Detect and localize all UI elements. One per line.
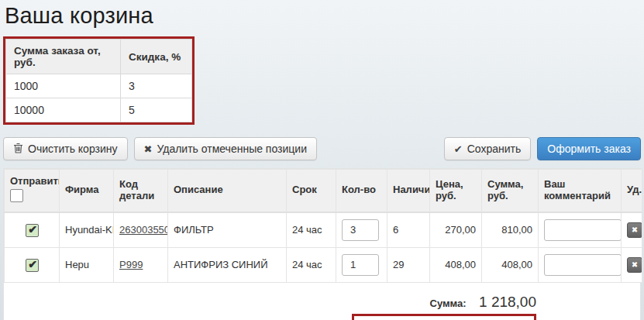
cart-table: Отправить Фирма Код детали Описание Срок… [4,169,642,283]
cell-description: ФИЛЬТР [168,212,287,248]
discount-header-percent: Скидка, % [121,40,192,74]
cart-panel: Отправить Фирма Код детали Описание Срок… [3,168,641,320]
cell-brand: Hyundai-KIA [60,212,114,248]
table-row: ✔ Hepu P999 АНТИФРИЗ СИНИЙ 24 час 29 408… [5,247,642,282]
delete-x-icon: ✖ [632,225,638,234]
discount-total-box: Сумма со скидкой: 1 181,46 [352,314,536,320]
delete-x-icon: ✖ [632,260,638,269]
cart-page: Ваша корзина Сумма заказа от, руб. Скидк… [0,0,644,320]
delete-marked-label: Удалить отмеченные позиции [157,143,307,155]
cell-term: 24 час [287,212,336,248]
save-button[interactable]: ✔ Сохранить [444,137,531,160]
part-code-link[interactable]: 2630035503 [119,224,168,236]
total-row: Сумма: 1 218,00 [4,294,536,311]
header-price: Цена, руб. [430,170,482,212]
header-description: Описание [168,170,287,212]
cell-stock: 29 [387,247,430,282]
total-label: Сумма: [430,298,467,309]
discount-table-box: Сумма заказа от, руб. Скидка, % 1000 3 1… [3,36,195,125]
checkbox-check-icon: ✔ [28,258,37,270]
cell-term: 24 час [287,247,336,282]
top-toolbar: Очистить корзину ✖ Удалить отмеченные по… [3,137,641,160]
discount-row: 10000 5 [6,98,192,122]
delete-marked-button[interactable]: ✖ Удалить отмеченные позиции [134,137,317,160]
discount-row: 1000 3 [6,74,192,98]
discount-amount: 1000 [6,74,121,98]
page-title: Ваша корзина [5,3,641,29]
cell-sum: 810,00 [482,212,539,248]
cell-description: АНТИФРИЗ СИНИЙ [168,247,287,282]
cell-price: 270,00 [430,212,482,248]
header-code: Код детали [114,170,168,212]
clear-cart-button[interactable]: Очистить корзину [3,137,128,160]
header-term: Срок [287,170,336,212]
checkbox-check-icon: ✔ [28,223,37,236]
trash-icon [13,143,23,155]
cell-sum: 408,00 [482,247,539,282]
comment-input[interactable] [544,254,622,276]
checkout-button[interactable]: Оформить заказ [537,137,641,160]
qty-input[interactable] [342,219,379,241]
cell-price: 408,00 [430,247,482,282]
row-checkbox[interactable]: ✔ [26,224,39,237]
cross-icon: ✖ [144,144,153,154]
header-comment: Ваш комментарий [539,170,622,212]
cell-brand: Hepu [60,247,114,282]
header-send-label: Отправить [10,175,60,187]
comment-input[interactable] [544,219,622,241]
header-qty: Кол-во [336,170,387,212]
header-stock: Наличие [387,170,430,212]
header-brand: Фирма [60,170,114,212]
header-send: Отправить [5,170,60,212]
header-sum: Сумма, руб. [482,170,539,212]
save-label: Сохранить [467,143,522,155]
cart-summary: Сумма: 1 218,00 Сумма со скидкой: 1 181,… [4,283,640,320]
check-icon: ✔ [454,144,463,154]
row-checkbox[interactable]: ✔ [26,259,39,272]
select-all-checkbox[interactable] [10,189,23,202]
cart-header-row: Отправить Фирма Код детали Описание Срок… [5,170,642,212]
delete-row-button[interactable]: ✖ [627,257,642,273]
discount-total-row: Сумма со скидкой: 1 181,46 [4,314,536,320]
discount-percent: 3 [121,74,192,98]
total-value: 1 218,00 [479,294,536,310]
discount-table: Сумма заказа от, руб. Скидка, % 1000 3 1… [5,39,192,122]
clear-cart-label: Очистить корзину [28,143,118,155]
cell-stock: 6 [387,212,430,248]
header-delete: Уд. [622,170,642,212]
checkout-label: Оформить заказ [547,143,631,155]
discount-percent: 5 [121,98,192,122]
discount-header-amount: Сумма заказа от, руб. [6,40,121,74]
delete-row-button[interactable]: ✖ [627,222,642,238]
discount-amount: 10000 [6,98,121,122]
table-row: ✔ Hyundai-KIA 2630035503 ФИЛЬТР 24 час 6… [5,212,642,248]
part-code-link[interactable]: P999 [119,259,143,270]
qty-input[interactable] [342,254,379,276]
